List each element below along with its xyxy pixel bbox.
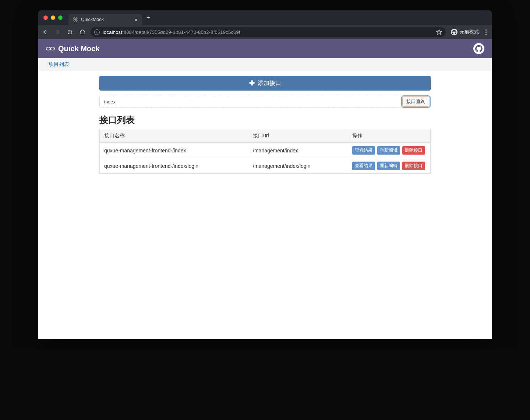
cell-api-name: quxue-management-frontend-/index <box>100 143 249 158</box>
new-tab-button[interactable]: + <box>146 14 150 21</box>
svg-point-1 <box>46 47 50 50</box>
app-header: Quick Mock <box>38 39 492 58</box>
url-text: localhost:8084/detail/7355dd29-1b81-4470… <box>103 29 433 35</box>
incognito-icon <box>451 29 457 35</box>
th-name: 接口名称 <box>100 129 249 143</box>
brand[interactable]: Quick Mock <box>46 45 99 53</box>
browser-tab[interactable]: QuickMock × <box>68 14 142 25</box>
th-ops: 操作 <box>348 129 431 143</box>
cell-ops: 查看结果 重新编辑 删除接口 <box>348 143 431 158</box>
view-result-button[interactable]: 查看结果 <box>352 146 375 155</box>
svg-rect-3 <box>50 48 51 49</box>
browser-menu-button[interactable] <box>484 28 488 36</box>
browser-tabstrip: QuickMock × + <box>38 10 492 25</box>
brand-text: Quick Mock <box>58 45 99 53</box>
table-row: quxue-management-frontend-/index/login /… <box>100 158 431 174</box>
incognito-label: 无痕模式 <box>460 29 479 35</box>
site-info-icon[interactable]: i <box>94 29 100 35</box>
delete-api-button[interactable]: 删除接口 <box>402 162 425 170</box>
cell-api-name: quxue-management-frontend-/index/login <box>100 158 249 174</box>
github-link[interactable] <box>473 43 484 54</box>
window-close-button[interactable] <box>43 15 48 20</box>
bookmark-star-icon[interactable] <box>436 29 442 35</box>
add-api-label: 添加接口 <box>258 80 281 87</box>
plus-icon: ✚ <box>249 80 255 87</box>
content: ✚ 添加接口 接口查询 接口列表 接口名称 接口url 操作 <box>99 76 431 174</box>
incognito-indicator: 无痕模式 <box>451 29 479 35</box>
url-host: localhost <box>103 29 122 35</box>
add-api-button[interactable]: ✚ 添加接口 <box>99 76 431 91</box>
re-edit-button[interactable]: 重新编辑 <box>377 162 400 170</box>
search-input[interactable] <box>100 96 402 107</box>
window-controls <box>43 15 63 20</box>
cell-ops: 查看结果 重新编辑 删除接口 <box>348 158 431 174</box>
browser-toolbar: i localhost:8084/detail/7355dd29-1b81-44… <box>38 25 492 39</box>
breadcrumb-project-list[interactable]: 项目列表 <box>49 61 69 68</box>
nav-home-button[interactable] <box>80 29 85 35</box>
delete-api-button[interactable]: 删除接口 <box>402 146 425 155</box>
th-url: 接口url <box>248 129 348 143</box>
search-row: 接口查询 <box>99 96 431 107</box>
window-minimize-button[interactable] <box>51 15 55 20</box>
cell-api-url: /management/index <box>248 143 348 158</box>
search-button[interactable]: 接口查询 <box>402 96 430 107</box>
nav-reload-button[interactable] <box>67 29 73 35</box>
section-title: 接口列表 <box>99 114 431 126</box>
tab-close-icon[interactable]: × <box>134 17 138 22</box>
nav-back-button[interactable] <box>42 29 48 35</box>
cell-api-url: /management/index/login <box>248 158 348 174</box>
brand-logo-icon <box>46 45 55 52</box>
page-viewport: Quick Mock 项目列表 ✚ 添加接口 接口查询 接口列表 <box>38 39 492 339</box>
globe-icon <box>73 17 78 22</box>
re-edit-button[interactable]: 重新编辑 <box>377 146 400 155</box>
svg-point-2 <box>50 47 54 50</box>
table-row: quxue-management-frontend-/index /manage… <box>100 143 431 158</box>
breadcrumb: 项目列表 <box>38 58 492 71</box>
view-result-button[interactable]: 查看结果 <box>352 162 375 170</box>
api-table: 接口名称 接口url 操作 quxue-management-frontend-… <box>99 129 431 174</box>
address-bar[interactable]: i localhost:8084/detail/7355dd29-1b81-44… <box>91 27 446 37</box>
tab-title: QuickMock <box>81 17 104 22</box>
url-path: :8084/detail/7355dd29-1b81-4470-80b2-8f0… <box>122 29 240 35</box>
nav-icons <box>42 29 85 35</box>
window-zoom-button[interactable] <box>58 15 63 20</box>
nav-forward-button[interactable] <box>54 29 60 35</box>
table-header-row: 接口名称 接口url 操作 <box>100 129 431 143</box>
toolbar-right: 无痕模式 <box>451 28 488 36</box>
github-icon <box>475 45 483 52</box>
browser-window: QuickMock × + i localhost:8084/detail/73… <box>38 10 492 339</box>
